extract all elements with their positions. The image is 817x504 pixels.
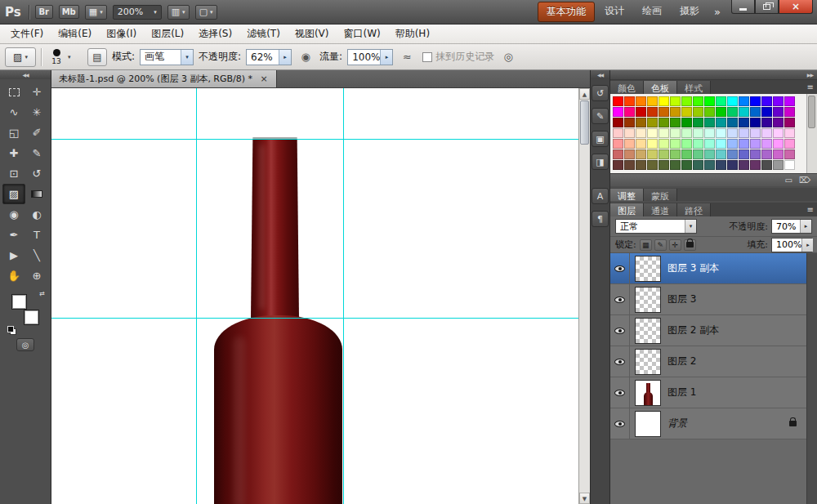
layer-row[interactable]: 图层 3 副本: [610, 253, 806, 284]
color-swatch[interactable]: [750, 118, 761, 127]
menu-item[interactable]: 滤镜(T): [239, 24, 288, 44]
color-swatch[interactable]: [761, 96, 772, 106]
color-swatch[interactable]: [693, 139, 703, 149]
color-swatch[interactable]: [659, 139, 669, 149]
delete-swatch-button[interactable]: ⌦: [799, 176, 810, 185]
color-swatch[interactable]: [647, 107, 658, 117]
foreground-color-swatch[interactable]: [11, 294, 27, 310]
bridge-button[interactable]: Br: [35, 5, 53, 19]
screen-mode-button[interactable]: ▢ ▾: [195, 5, 217, 20]
color-swatch[interactable]: [704, 149, 715, 159]
layer-thumbnail[interactable]: [635, 256, 661, 282]
panel-tab[interactable]: 路径: [677, 203, 711, 216]
color-swatch[interactable]: [750, 160, 761, 170]
guide-horizontal[interactable]: [51, 139, 578, 140]
layer-visibility-toggle[interactable]: [610, 408, 630, 439]
guide-vertical[interactable]: [343, 88, 344, 504]
color-swatch[interactable]: [727, 118, 738, 127]
color-swatch[interactable]: [681, 160, 692, 170]
color-swatch[interactable]: [704, 118, 715, 127]
view-extras-button[interactable]: ▦ ▾: [85, 5, 107, 20]
layer-opacity-field[interactable]: 70% ▸: [771, 219, 812, 234]
color-swatch[interactable]: [704, 139, 715, 149]
color-swatch[interactable]: [773, 96, 784, 106]
pressure-opacity-icon[interactable]: ◉: [297, 48, 315, 66]
color-swatch[interactable]: [659, 96, 669, 106]
color-swatch[interactable]: [624, 118, 635, 127]
lock-pixels-icon[interactable]: ✎: [654, 239, 667, 251]
color-swatch[interactable]: [784, 149, 795, 159]
color-swatch[interactable]: [739, 149, 749, 159]
layer-fill-field[interactable]: 100% ▸: [771, 238, 812, 252]
lasso-tool[interactable]: ∿: [2, 102, 25, 123]
color-swatch[interactable]: [624, 149, 635, 159]
color-swatch[interactable]: [784, 139, 795, 149]
menu-item[interactable]: 选择(S): [191, 24, 239, 44]
color-swatch[interactable]: [750, 96, 761, 106]
color-swatch[interactable]: [784, 118, 795, 127]
gradient-tool[interactable]: [25, 184, 48, 204]
color-swatch[interactable]: [681, 128, 692, 138]
color-swatch[interactable]: [716, 96, 726, 106]
color-swatch[interactable]: [750, 139, 761, 149]
layer-thumbnail[interactable]: [635, 349, 661, 375]
arrange-documents-button[interactable]: ▥ ▾: [167, 5, 190, 20]
color-swatch[interactable]: [659, 107, 669, 117]
color-swatch[interactable]: [681, 96, 692, 106]
color-swatch[interactable]: [761, 149, 772, 159]
color-swatch[interactable]: [761, 128, 772, 138]
clone-stamp-tool[interactable]: ⊡: [2, 163, 25, 184]
color-swatch[interactable]: [636, 118, 646, 127]
color-swatch[interactable]: [704, 96, 715, 106]
color-swatch[interactable]: [761, 107, 772, 117]
color-swatch[interactable]: [727, 128, 738, 138]
quick-selection-tool[interactable]: ✳: [25, 102, 48, 123]
scroll-up-icon[interactable]: ▲: [579, 88, 590, 100]
color-swatch[interactable]: [761, 160, 772, 170]
layer-visibility-toggle[interactable]: [610, 346, 630, 377]
color-swatch[interactable]: [727, 160, 738, 170]
menu-item[interactable]: 图层(L): [144, 24, 191, 44]
color-swatch[interactable]: [716, 139, 726, 149]
scrollbar-thumb[interactable]: [808, 96, 815, 128]
layer-row[interactable]: 图层 3: [610, 284, 806, 315]
layer-thumbnail[interactable]: [635, 318, 661, 344]
menu-item[interactable]: 窗口(W): [336, 24, 387, 44]
panel-tab[interactable]: 图层: [610, 203, 644, 216]
history-brush-tool[interactable]: ↺: [25, 163, 48, 184]
color-swatch[interactable]: [681, 149, 692, 159]
color-swatch[interactable]: [784, 96, 795, 106]
color-swatch[interactable]: [624, 96, 635, 106]
blur-tool[interactable]: ◉: [2, 204, 25, 225]
panel-tab[interactable]: 色板: [644, 81, 677, 94]
menu-item[interactable]: 文件(F): [3, 24, 51, 44]
color-swatch[interactable]: [647, 96, 658, 106]
color-swatch[interactable]: [636, 160, 646, 170]
canvas[interactable]: [51, 88, 578, 504]
color-swatch[interactable]: [659, 149, 669, 159]
color-swatch[interactable]: [693, 107, 703, 117]
panel-tab[interactable]: 蒙版: [644, 189, 677, 201]
workspace-button[interactable]: 基本功能: [538, 2, 595, 22]
tool-preset-picker[interactable]: ▨ ▾: [5, 47, 36, 67]
brush-presets-panel-icon[interactable]: ✎: [592, 108, 609, 124]
color-swatch[interactable]: [784, 128, 795, 138]
clone-source-panel-icon[interactable]: ▣: [592, 131, 609, 147]
color-swatch[interactable]: [659, 128, 669, 138]
layer-visibility-toggle[interactable]: [610, 253, 630, 283]
color-swatch[interactable]: [704, 160, 715, 170]
lock-transparent-icon[interactable]: ▦: [640, 239, 652, 251]
layer-visibility-toggle[interactable]: [610, 315, 630, 346]
panel-tab[interactable]: 样式: [677, 81, 711, 94]
healing-brush-tool[interactable]: ✚: [2, 143, 25, 163]
layer-thumbnail[interactable]: [635, 287, 661, 313]
color-swatch[interactable]: [750, 107, 761, 117]
zoom-tool[interactable]: ⊕: [25, 265, 48, 286]
blend-mode-dropdown[interactable]: 正常 ▾: [615, 219, 697, 234]
close-tab-icon[interactable]: ×: [259, 74, 269, 84]
layer-visibility-toggle[interactable]: [610, 377, 630, 408]
minibridge-button[interactable]: Mb: [59, 5, 79, 19]
color-swatch[interactable]: [624, 160, 635, 170]
color-swatch[interactable]: [670, 107, 681, 117]
color-swatch[interactable]: [670, 160, 681, 170]
